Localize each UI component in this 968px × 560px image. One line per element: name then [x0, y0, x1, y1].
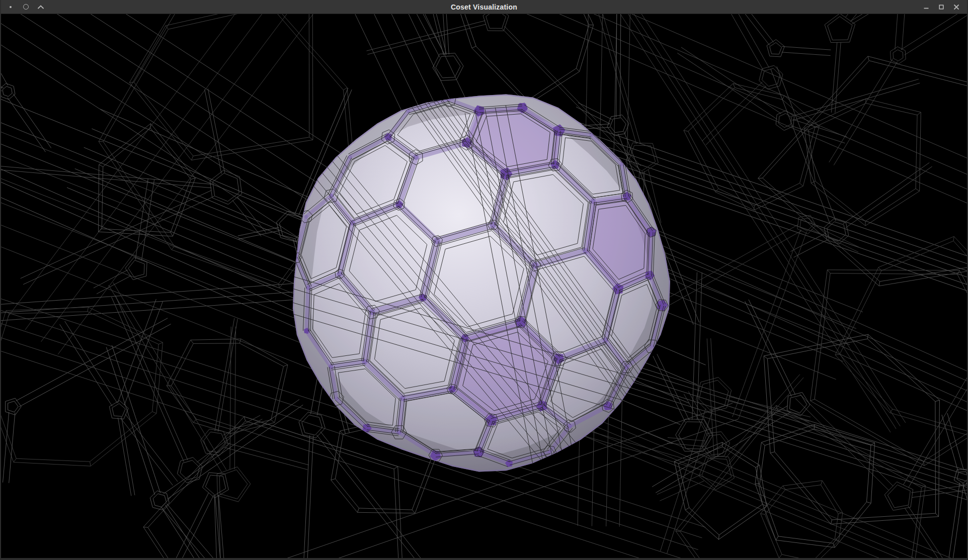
close-icon[interactable] [949, 0, 964, 14]
menu-dot-icon[interactable] [3, 0, 18, 14]
window-bottom-border [1, 558, 967, 560]
app-window: Coset Visualization [0, 0, 968, 560]
titlebar-right-controls [919, 0, 964, 14]
chevron-up-glyph [37, 4, 44, 10]
titlebar-left-controls [3, 0, 48, 14]
window-title: Coset Visualization [1, 3, 967, 11]
dot-glyph [10, 6, 12, 8]
maximize-glyph [938, 4, 944, 10]
viewport[interactable] [1, 14, 967, 558]
circle-glyph [23, 4, 29, 10]
chevron-up-icon[interactable] [33, 0, 48, 14]
scene-canvas[interactable] [1, 14, 967, 558]
minimize-icon[interactable] [919, 0, 934, 14]
minimize-glyph [923, 4, 929, 10]
circle-icon[interactable] [18, 0, 33, 14]
titlebar[interactable]: Coset Visualization [1, 0, 967, 14]
maximize-icon[interactable] [934, 0, 949, 14]
close-glyph [953, 4, 959, 10]
